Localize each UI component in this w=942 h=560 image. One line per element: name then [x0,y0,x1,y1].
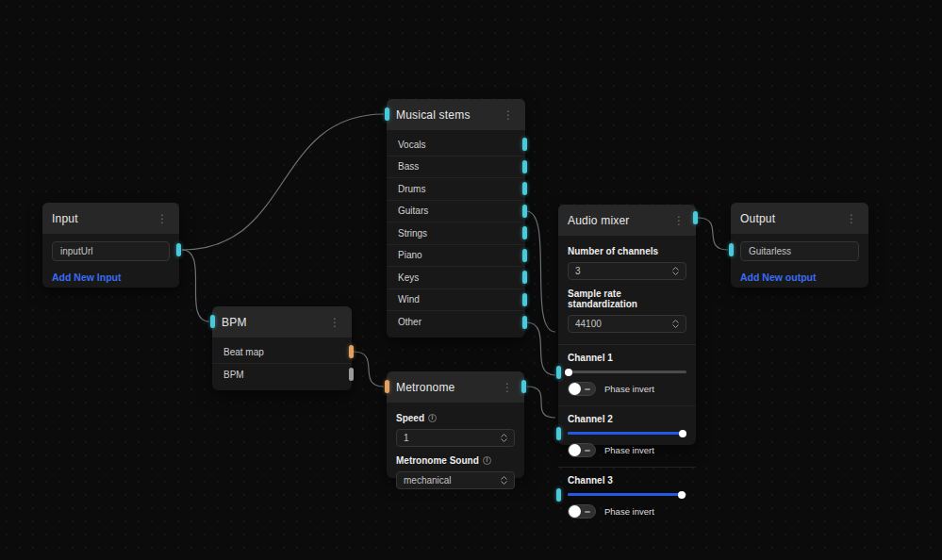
node-mixer-header[interactable]: Audio mixer ⋮ [558,205,696,236]
port-out-inputurl[interactable] [176,243,181,256]
input-url-value: inputUrl [60,246,92,256]
kebab-menu-icon[interactable]: ⋮ [501,109,516,121]
output-name-value: Guitarless [749,246,791,256]
output-name-field[interactable]: Guitarless [740,241,859,261]
channels-count-input[interactable]: 3 [568,262,686,280]
port-in-metronome-beatmap[interactable] [385,380,389,393]
port-in-stems[interactable] [385,107,389,121]
row-label: Piano [398,250,422,260]
channel-2-block: Channel 2 Phase invert [558,406,696,468]
channel-3-slider[interactable] [568,493,686,496]
row-label: Vocals [398,140,425,150]
node-stems-header[interactable]: Musical stems ⋮ [387,99,525,130]
port-out-metronome[interactable] [521,380,526,393]
slider-fill [568,432,683,435]
channel-1-slider[interactable] [568,371,686,373]
kebab-menu-icon[interactable]: ⋮ [155,213,170,224]
row-label: Strings [398,228,427,239]
node-metronome-header[interactable]: Metronome ⋮ [387,371,524,403]
node-audio-mixer: Audio mixer ⋮ Number of channels 3 Sampl… [558,205,696,445]
stem-row-guitars: Guitars [387,201,525,223]
channel-1-label: Channel 1 [568,353,686,363]
bpm-row-beat-map: Beat map [212,341,352,364]
port-out-drums[interactable] [522,182,527,195]
toggle-knob [569,383,581,395]
port-out-strings[interactable] [522,226,527,239]
bpm-row-bpm: BPM [212,364,352,387]
node-bpm-header[interactable]: BPM ⋮ [212,306,352,338]
node-bpm: BPM ⋮ Beat map BPM [212,306,352,390]
phase-invert-label: Phase invert [604,445,654,455]
sample-rate-value: 44100 [575,319,602,329]
row-label: Keys [398,272,419,283]
kebab-menu-icon[interactable]: ⋮ [327,317,342,328]
stem-row-piano: Piano [387,245,525,268]
info-icon[interactable]: i [428,414,437,422]
port-out-wind[interactable] [522,293,527,306]
kebab-menu-icon[interactable]: ⋮ [671,215,686,226]
stepper-icon[interactable] [501,434,507,442]
stem-row-drums: Drums [387,178,525,201]
metronome-sound-select[interactable]: mechanical [396,471,515,489]
phase-invert-toggle[interactable] [568,443,596,457]
port-out-beat-map[interactable] [349,345,354,358]
stepper-icon[interactable] [501,476,507,485]
node-output-header[interactable]: Output ⋮ [731,203,868,234]
stem-row-wind: Wind [387,289,525,312]
sample-rate-input[interactable]: 44100 [568,315,686,333]
input-url-field[interactable]: inputUrl [52,241,170,261]
stepper-icon[interactable] [672,320,679,328]
port-out-keys[interactable] [522,271,527,284]
channels-count-value: 3 [575,266,581,276]
slider-thumb[interactable] [565,369,572,376]
row-label: Drums [398,184,425,194]
node-input: Input ⋮ inputUrl Add New Input [42,203,179,288]
node-editor-canvas[interactable]: Input ⋮ inputUrl Add New Input BPM ⋮ Bea… [0,0,942,560]
port-out-piano[interactable] [522,249,527,262]
port-out-guitars[interactable] [522,205,527,218]
metronome-sound-label: Metronome Sound i [396,455,515,466]
stem-row-other: Other [387,311,525,334]
channel-3-block: Channel 3 Phase invert [558,468,696,528]
channel-1-block: Channel 1 Phase invert [558,345,696,406]
info-icon[interactable]: i [483,456,491,465]
port-out-other[interactable] [522,316,527,329]
metronome-sound-value: mechanical [404,475,452,486]
row-label: Wind [398,294,420,305]
row-label: Beat map [223,347,264,357]
kebab-menu-icon[interactable]: ⋮ [500,382,515,393]
port-out-bass[interactable] [522,160,527,173]
speed-input[interactable]: 1 [396,429,515,447]
row-label: Other [398,317,421,327]
toggle-off-dash-icon [585,450,590,452]
toggle-off-dash-icon [585,511,590,513]
channel-2-slider[interactable] [568,432,686,435]
stepper-icon[interactable] [672,267,679,275]
node-mixer-title: Audio mixer [568,214,630,227]
node-input-header[interactable]: Input ⋮ [42,203,179,234]
slider-thumb[interactable] [679,430,686,437]
add-new-output-link[interactable]: Add New output [740,272,859,283]
port-in-output[interactable] [729,243,734,256]
row-label: BPM [223,370,244,380]
port-out-mixer[interactable] [693,211,698,224]
speed-value: 1 [404,433,409,443]
stem-row-vocals: Vocals [387,134,525,156]
phase-invert-toggle[interactable] [568,382,596,396]
port-in-channel-1[interactable] [556,366,561,379]
port-out-vocals[interactable] [522,138,527,151]
row-label: Bass [398,161,419,172]
port-in-channel-2[interactable] [556,427,561,440]
phase-invert-toggle[interactable] [568,504,596,519]
port-in-channel-3[interactable] [556,488,561,502]
toggle-knob [569,444,581,456]
add-new-input-link[interactable]: Add New Input [52,272,170,283]
port-in-bpm[interactable] [210,315,215,328]
slider-thumb[interactable] [678,491,686,499]
port-out-bpm[interactable] [349,368,354,381]
node-output: Output ⋮ Guitarless Add New output [731,203,868,288]
node-musical-stems: Musical stems ⋮ Vocals Bass Drums Guitar… [387,99,525,338]
node-output-title: Output [740,212,775,225]
node-bpm-title: BPM [222,316,247,329]
kebab-menu-icon[interactable]: ⋮ [844,213,859,224]
